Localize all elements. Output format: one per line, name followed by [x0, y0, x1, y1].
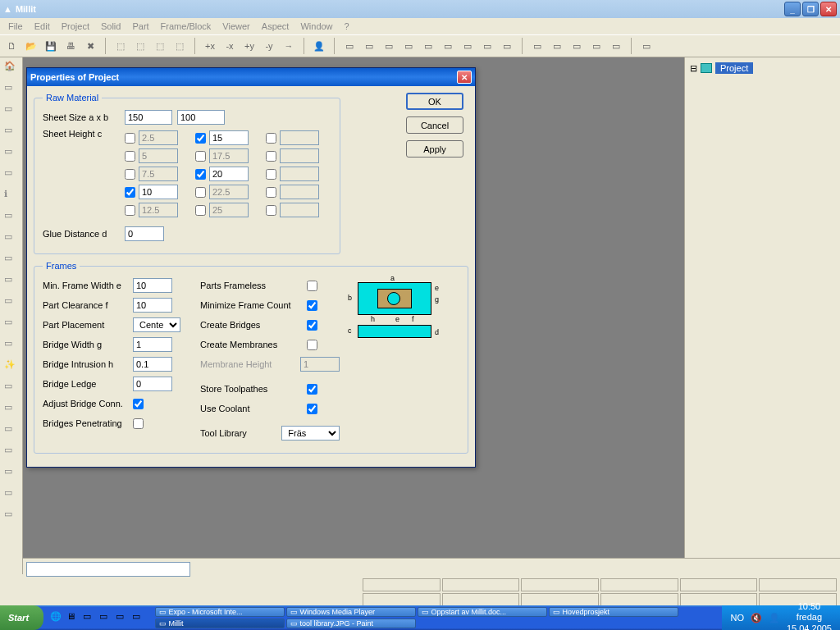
part-placement-select[interactable]: Center: [133, 317, 180, 332]
print-icon[interactable]: 🖶: [62, 38, 79, 54]
menu-project[interactable]: Project: [57, 20, 94, 33]
tool-icon[interactable]: ▭: [4, 167, 19, 182]
taskbar-item[interactable]: ▭ Oppstart av Millit.doc...: [418, 607, 547, 617]
parts-frameless-checkbox[interactable]: [307, 281, 317, 291]
tool-icon[interactable]: ▭: [588, 38, 605, 54]
min-frame-width-input[interactable]: [133, 278, 172, 293]
tool-icon[interactable]: +y: [241, 38, 258, 54]
status-input[interactable]: [26, 562, 190, 577]
taskbar-item[interactable]: ▭ Millit: [155, 619, 285, 628]
desktop-icon[interactable]: 🖥: [66, 611, 80, 624]
menu-viewer[interactable]: Viewer: [217, 20, 254, 33]
tool-icon[interactable]: 🏠: [4, 61, 19, 75]
sheet-a-input[interactable]: [125, 110, 172, 125]
tool-icon[interactable]: ▭: [4, 381, 19, 395]
tool-icon[interactable]: ▭: [4, 253, 19, 267]
tool-icon[interactable]: ▭: [4, 82, 19, 97]
info-icon[interactable]: ℹ: [4, 189, 19, 203]
maximize-button[interactable]: ❐: [802, 2, 819, 16]
tool-icon[interactable]: ▭: [4, 509, 19, 523]
tool-library-select[interactable]: Fräs: [281, 426, 340, 441]
user-icon[interactable]: 👤: [311, 38, 327, 54]
height-checkbox[interactable]: [195, 133, 206, 144]
tool-icon[interactable]: ▭: [529, 38, 546, 54]
tool-icon[interactable]: ▭: [4, 445, 19, 459]
tool-icon[interactable]: ▭: [4, 466, 19, 481]
menu-help[interactable]: ?: [340, 20, 354, 33]
create-membranes-checkbox[interactable]: [307, 340, 317, 350]
height-input[interactable]: [209, 167, 249, 181]
height-checkbox[interactable]: [266, 151, 276, 162]
start-button[interactable]: Start: [0, 605, 43, 630]
height-checkbox[interactable]: [125, 151, 135, 162]
tool-icon[interactable]: ▭: [4, 295, 19, 310]
menu-solid[interactable]: Solid: [96, 20, 126, 33]
tool-icon[interactable]: ▭: [400, 38, 417, 54]
tool-icon[interactable]: ▭: [4, 210, 19, 225]
height-input[interactable]: [139, 185, 178, 199]
height-checkbox[interactable]: [195, 187, 206, 198]
ql-icon[interactable]: ▭: [99, 611, 112, 624]
height-checkbox[interactable]: [195, 151, 206, 162]
tool-icon[interactable]: ▭: [341, 38, 358, 54]
taskbar-item[interactable]: ▭ Hovedprosjekt: [549, 607, 678, 617]
minimize-button[interactable]: _: [784, 2, 801, 16]
tool-icon[interactable]: ▭: [549, 38, 565, 54]
tool-icon[interactable]: ▭: [4, 402, 19, 417]
tool-icon[interactable]: ▭: [4, 125, 19, 139]
menu-file[interactable]: File: [3, 20, 28, 33]
tool-icon[interactable]: ▭: [459, 38, 476, 54]
clock[interactable]: 10:50 fredag 15.04.2005: [787, 601, 832, 630]
close-button[interactable]: ✕: [820, 2, 837, 16]
tool-icon[interactable]: ▭: [440, 38, 456, 54]
apply-button[interactable]: Apply: [406, 140, 463, 158]
new-icon[interactable]: 🗋: [3, 38, 20, 54]
taskbar-item[interactable]: ▭ tool library.JPG - Paint: [286, 619, 416, 628]
wand-icon[interactable]: ✨: [4, 359, 19, 374]
height-checkbox[interactable]: [266, 205, 276, 216]
save-icon[interactable]: 💾: [43, 38, 59, 54]
store-toolpathes-checkbox[interactable]: [307, 384, 317, 395]
cancel-button[interactable]: Cancel: [406, 116, 463, 134]
delete-icon[interactable]: ✖: [82, 38, 98, 54]
tool-icon[interactable]: ⬚: [171, 38, 188, 54]
tool-icon[interactable]: ▭: [4, 146, 19, 161]
tool-icon[interactable]: ▭: [4, 423, 19, 438]
menu-edit[interactable]: Edit: [30, 20, 55, 33]
height-checkbox[interactable]: [125, 187, 135, 198]
height-checkbox[interactable]: [266, 169, 276, 180]
tool-icon[interactable]: ⬚: [152, 38, 168, 54]
ql-icon[interactable]: ▭: [132, 611, 145, 624]
tool-icon[interactable]: ▭: [499, 38, 515, 54]
ok-button[interactable]: OK: [406, 93, 463, 110]
dialog-titlebar[interactable]: Properties of Project ✕: [27, 68, 475, 86]
tool-icon[interactable]: ▭: [4, 274, 19, 289]
adjust-bridge-checkbox[interactable]: [133, 399, 144, 409]
menu-aspect[interactable]: Aspect: [257, 20, 294, 33]
bridge-intrusion-input[interactable]: [133, 357, 172, 372]
height-checkbox[interactable]: [195, 169, 206, 180]
height-checkbox[interactable]: [266, 133, 276, 144]
create-bridges-checkbox[interactable]: [307, 320, 317, 331]
minimize-frame-checkbox[interactable]: [307, 300, 317, 311]
height-checkbox[interactable]: [125, 205, 135, 216]
bridge-ledge-input[interactable]: [133, 377, 172, 391]
part-clearance-input[interactable]: [133, 298, 172, 313]
tray-icon[interactable]: 🔇: [751, 613, 762, 623]
language-indicator[interactable]: NO: [730, 613, 744, 623]
tool-icon[interactable]: →: [281, 38, 297, 54]
tool-icon[interactable]: ▭: [4, 338, 19, 353]
tool-icon[interactable]: ▭: [4, 317, 19, 331]
menu-part[interactable]: Part: [127, 20, 153, 33]
tool-icon[interactable]: ⬚: [112, 38, 129, 54]
tray-icon[interactable]: 👤: [769, 613, 780, 623]
tool-icon[interactable]: ▭: [4, 231, 19, 246]
taskbar-item[interactable]: ▭ Expo - Microsoft Inte...: [155, 607, 285, 617]
tool-icon[interactable]: ▭: [420, 38, 436, 54]
glue-distance-input[interactable]: [125, 226, 164, 241]
dialog-close-button[interactable]: ✕: [457, 71, 472, 84]
tool-icon[interactable]: ▭: [568, 38, 585, 54]
tool-icon[interactable]: ▭: [608, 38, 624, 54]
tool-icon[interactable]: ▭: [361, 38, 377, 54]
height-checkbox[interactable]: [195, 205, 206, 216]
